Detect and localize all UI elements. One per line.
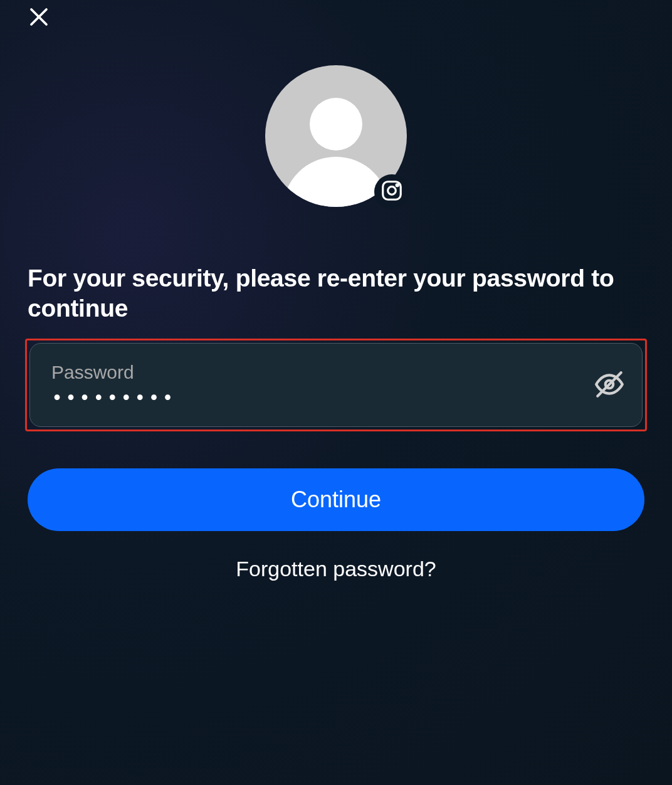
close-icon [28,6,50,30]
eye-off-icon [594,369,625,402]
svg-point-4 [396,184,398,186]
password-field[interactable]: Password [29,343,643,427]
continue-button[interactable]: Continue [28,468,644,531]
password-field-highlight: Password [25,339,647,431]
forgotten-password-link[interactable]: Forgotten password? [0,557,672,581]
password-input[interactable] [51,387,592,409]
close-button[interactable] [26,5,51,30]
svg-point-3 [388,187,396,195]
security-heading: For your security, please re-enter your … [28,263,644,324]
password-label: Password [51,362,592,383]
toggle-password-visibility-button[interactable] [592,367,627,403]
instagram-badge [374,174,409,209]
avatar-container [265,65,407,207]
instagram-icon [380,179,404,205]
